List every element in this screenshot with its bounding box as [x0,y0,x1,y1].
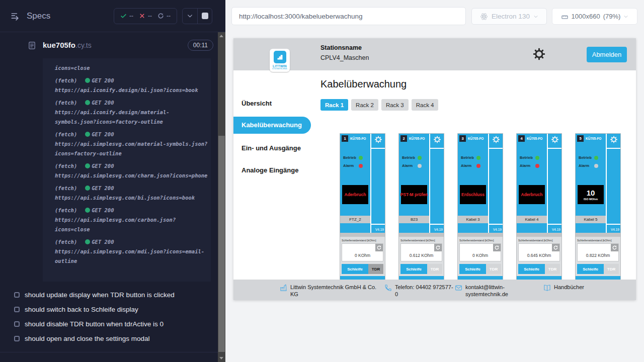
resistance-label: Schleifenwiderstand [kOhm] [342,239,383,242]
cypress-sidebar: Specs -- -- -- kue705fo.cy.ts 00:11 icon… [0,0,225,362]
log-entry[interactable]: (fetch)GET 200https://api.simplesvg.com/… [55,161,208,180]
scrollbar-thumb[interactable] [218,136,225,352]
rack-tab-4[interactable]: Rack 4 [412,99,439,111]
spec-file-ext: .cy.ts [75,41,92,49]
alarm-led-icon [476,164,480,168]
rack-tab-3[interactable]: Rack 3 [381,99,409,111]
stop-button[interactable] [197,9,212,24]
sidebar-scrollbar[interactable] [218,32,225,362]
tdr-button[interactable]: TDR [368,264,383,274]
tdr-button[interactable]: TDR [604,264,619,274]
log-url: https://api.simplesvg.com/bi.json?​icons… [55,193,208,203]
test-item[interactable]: should switch back to Schleife display [0,302,225,317]
settings-gear-icon[interactable] [533,48,545,60]
firmware-version: V4.19 [611,228,619,231]
book-icon [543,284,551,292]
footer-item-book[interactable]: Handbücher [543,284,584,292]
rack-tab-2[interactable]: Rack 2 [351,99,378,111]
betrieb-label: Betrieb [520,155,533,160]
url-input[interactable]: http://localhost:3000/kabelueberwachung [231,7,466,25]
schleife-button[interactable]: Schleife [342,264,368,274]
browser-select[interactable]: Electron 130 [471,8,547,25]
resistance-display: 0.612 KOhm [400,243,442,261]
rack-tab-1[interactable]: Rack 1 [320,99,348,111]
card-gear-icon[interactable] [492,136,500,143]
viewport-select[interactable]: 1000x660 (79%) [552,8,637,25]
card-gear-icon[interactable] [551,136,558,143]
sidebar-item-3[interactable]: Ein- und Ausgänge [242,144,301,152]
fetch-label: (fetch) [55,207,77,213]
status-dot-icon [85,186,90,191]
schleife-button[interactable]: Schleife [459,264,486,274]
status-dot-icon [85,239,90,244]
schleife-button[interactable]: Schleife [518,264,545,274]
refresh-icon[interactable] [434,244,442,251]
tdr-button[interactable]: TDR [486,264,501,274]
viewport-size: 1000x660 [572,13,600,20]
sidebar-item-1[interactable]: Übersicht [242,100,272,107]
firmware-version: V4.19 [493,228,502,231]
logout-button[interactable]: Abmelden [587,47,627,62]
test-item[interactable]: should disable TDR button when tdrActive… [0,317,225,331]
spec-file-row[interactable]: kue705fo.cy.ts 00:11 [0,32,225,55]
scroll-down-icon[interactable] [219,357,223,359]
footer-item-mail: kontakt@littwin-systemtechnik.de [455,284,513,298]
cable-name: Kabel 5 [576,216,606,223]
card-gear-icon[interactable] [374,136,382,143]
footer-item-phone: Telefon: 04402 972577-0 [384,284,454,298]
divider [517,233,561,237]
footer-text: kontakt@littwin-systemtechnik.de [465,284,513,298]
firmware-version: V4.19 [552,228,560,231]
scroll-up-icon[interactable] [219,35,223,37]
run-controls [182,8,212,24]
schleife-button[interactable]: Schleife [577,264,604,274]
log-entry[interactable]: (fetch)GET 200https://api.simplesvg.com/… [55,184,208,203]
log-head: (fetch)GET 200 [55,237,208,247]
log-list: icons=close(fetch)GET 200https://api.ico… [43,58,211,282]
refresh-icon[interactable] [493,244,501,251]
card-gear-icon[interactable] [433,136,441,143]
tdr-button[interactable]: TDR [545,264,560,274]
refresh-icon[interactable] [552,244,559,251]
test-checkbox-icon [14,292,20,298]
schleife-button[interactable]: Schleife [400,264,427,274]
log-entry[interactable]: (fetch)GET 200https://api.simplesvg.com/… [55,206,208,234]
resistance-panel: Schleifenwiderstand [kOhm]0.645 KOhmSchl… [517,237,561,276]
refresh-icon[interactable] [375,244,383,251]
sidebar-item-4[interactable]: Analoge Eingänge [242,166,298,174]
tdr-button[interactable]: TDR [427,264,442,274]
pending-count: -- [167,13,171,20]
log-entry[interactable]: (fetch)GET 200https://api.simplesvg.com/… [55,130,208,158]
resistance-display: 0 KOhm [342,243,383,261]
footer-text: Telefon: 04402 972577-0 [395,284,454,298]
alarm-led-icon [594,164,598,168]
betrieb-led-icon [359,156,363,160]
card-gear-icon[interactable] [610,136,617,143]
log-entry[interactable]: (fetch)GET 200https://api.simplesvg.com/… [55,237,208,266]
log-entry[interactable]: (fetch)GET 200https://api.iconify.design… [55,76,208,95]
specs-menu-icon[interactable] [10,11,20,21]
log-head: (fetch)GET 200 [55,184,208,193]
resistance-value: 0.645 KOhm [519,253,559,258]
resistance-value: 0.612 KOhm [401,253,442,258]
betrieb-row: Betrieb [520,155,539,160]
log-head: (fetch)GET 200 [55,98,208,108]
refresh-icon[interactable] [611,244,618,251]
log-head: (fetch)GET 200 [55,206,208,215]
log-entry[interactable]: (fetch)GET 200https://api.iconify.design… [55,98,208,127]
card-main: 3KÜ705-FOBetriebAlarmErdschlussKabel 3 [458,134,488,233]
test-item[interactable]: should open and close the settings modal [0,331,225,346]
sidebar-item-2[interactable]: Kabelüberwachung [233,117,311,134]
divider [371,224,385,225]
failed-count: -- [148,13,152,20]
log-url-continuation[interactable]: icons=close [55,63,208,73]
collapse-button[interactable] [183,9,197,24]
mail-icon [455,284,462,292]
resistance-label: Schleifenwiderstand [kOhm] [459,239,501,242]
device-display: PST-M prüfen [401,185,427,204]
card-top: 4KÜ705-FOBetriebAlarmAderbruchKabel 4V4.… [517,134,561,233]
log-head: (fetch)GET 200 [55,130,208,139]
app-viewport: LITTWIN SYSTEMTECHNIK Stationsname CPLV4… [233,38,636,300]
cable-name: FTZ_2 [340,216,370,223]
test-item[interactable]: should update display when TDR button is… [0,288,225,302]
